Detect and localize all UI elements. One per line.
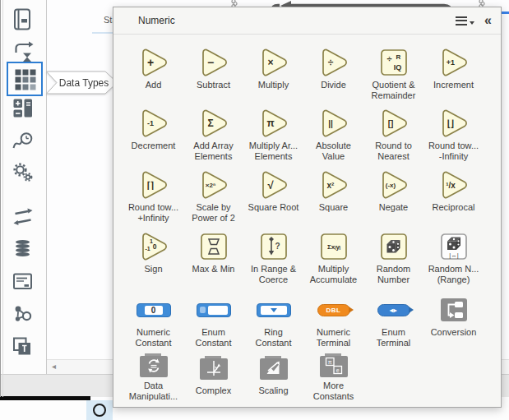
collapse-palette-button[interactable]: «: [484, 14, 491, 27]
palette-item-in-range-coerce[interactable]: ?In Range & Coerce: [243, 231, 303, 294]
multiply-icon: ×: [257, 47, 290, 78]
palette-item-decrement[interactable]: -1Decrement: [123, 108, 183, 169]
scroll-left-arrow-icon[interactable]: ◂: [52, 362, 56, 371]
random-number-icon: [380, 231, 408, 262]
svg-text:-1: -1: [146, 119, 153, 127]
data-types-breadcrumb[interactable]: Data Types: [45, 70, 119, 95]
palette-item-scaling[interactable]: Scaling: [243, 353, 303, 402]
divide-icon: ÷: [317, 47, 350, 78]
svg-text:÷: ÷: [386, 53, 391, 63]
palette-item-complex[interactable]: Complex: [183, 353, 243, 402]
palette-item-reciprocal[interactable]: ¹/xReciprocal: [423, 169, 484, 231]
palette-item-label: Multiply: [258, 80, 289, 90]
palette-item-enum-terminal[interactable]: ◂▸Enum Terminal: [363, 294, 423, 353]
palette-item-square-root[interactable]: √Square Root: [243, 169, 303, 231]
palette-item-label: Random N... (Range): [428, 264, 479, 285]
multiply-ar-elements-icon: π: [257, 108, 290, 139]
sidebar-item-swap-arrows[interactable]: [10, 204, 36, 230]
palette-item-label: Quotient & Remainder: [372, 80, 416, 101]
palette-item-multiply-accumulate[interactable]: ΣxᵢyᵢMultiply Accumulate: [303, 231, 363, 294]
sidebar-item-gears[interactable]: [10, 159, 36, 186]
sign-icon: 10-1: [137, 231, 170, 262]
palette-item-label: Max & Min: [192, 264, 235, 275]
scaling-icon: [259, 353, 289, 384]
numeric-constant-icon: 0: [137, 294, 171, 325]
palette-item-round-tow-infinity[interactable]: ⌈⌉Round tow... +Infinity: [123, 169, 183, 231]
palette-item-ring-constant[interactable]: Ring Constant: [243, 294, 303, 353]
palette-item-round-to-nearest[interactable]: []Round to Nearest: [363, 108, 423, 169]
svg-text:||: ||: [328, 119, 333, 128]
taskbar-circle-button[interactable]: [86, 400, 113, 420]
palette-item-random-number[interactable]: Random Number: [363, 231, 423, 294]
palette-item-label: Scale by Power of 2: [192, 202, 235, 224]
palette-item-enum-constant[interactable]: Enum Constant: [183, 294, 243, 353]
palette-item-absolute-value[interactable]: ||Absolute Value: [303, 108, 363, 169]
breadcrumb-label: Data Types: [59, 77, 109, 89]
ring-constant-icon: [257, 294, 291, 325]
palette-item-more-constants[interactable]: πeMore Constants: [303, 353, 363, 402]
subtract-icon: −: [197, 47, 230, 78]
palette-menu-button[interactable]: [456, 16, 474, 25]
palette-item-square[interactable]: x²Square: [303, 169, 363, 231]
palette-grid: +Add−Subtract×Multiply÷Divide÷RIQQuotien…: [113, 34, 501, 407]
sidebar-item-notebook[interactable]: [10, 7, 36, 33]
svg-text:R: R: [396, 53, 400, 61]
random-n-range-icon: |↔|: [440, 231, 468, 262]
palette-item-label: Complex: [196, 385, 231, 396]
svg-text:⌈⌉: ⌈⌉: [146, 180, 154, 190]
palette-item-conversion[interactable]: Conversion: [423, 294, 484, 353]
palette-title: Numeric: [138, 15, 175, 26]
palette-item-add-array-elements[interactable]: ΣAdd Array Elements: [183, 108, 243, 169]
palette-item-label: Conversion: [431, 327, 477, 338]
sidebar-item-node-graph[interactable]: [10, 302, 36, 328]
palette-item-quotient-remainder[interactable]: ÷RIQQuotient & Remainder: [363, 47, 423, 108]
palette-item-divide[interactable]: ÷Divide: [303, 47, 363, 108]
svg-text:[]: []: [387, 119, 393, 128]
svg-text:×: ×: [267, 57, 273, 68]
svg-text:√: √: [267, 179, 274, 192]
sidebar-item-pinned-items[interactable]: [10, 335, 36, 361]
pinned-items-icon: [10, 335, 36, 361]
svg-text:|↔|: |↔|: [449, 252, 458, 259]
palette-item-multiply[interactable]: ×Multiply: [243, 47, 303, 108]
palette-item-label: Add Array Elements: [193, 141, 233, 162]
sidebar-item-database[interactable]: [10, 236, 36, 262]
database-icon: [10, 236, 36, 262]
palette-item-random-n-range[interactable]: |↔|Random N... (Range): [423, 231, 484, 294]
svg-text:0: 0: [152, 242, 156, 251]
palette-item-label: Negate: [379, 202, 408, 213]
sidebar-item-calculator[interactable]: [10, 95, 36, 122]
palette-item-label: Add: [146, 80, 162, 90]
palette-item-numeric-constant[interactable]: 0Numeric Constant: [123, 294, 183, 353]
sidebar-item-panel[interactable]: [10, 269, 36, 295]
svg-text:?: ?: [275, 242, 280, 251]
round-tow-infinity-icon: ⌊⌋: [437, 108, 470, 139]
labview-editor-screen: Starting ◂ Data Types Numeric: [0, 0, 509, 420]
palette-item-label: Scaling: [258, 385, 288, 396]
palette-item-label: Enum Constant: [195, 327, 231, 348]
caret-down-icon: [470, 21, 474, 25]
palette-item-label: Round tow... -Infinity: [428, 141, 479, 162]
palette-item-scale-by-power-of-2[interactable]: ×2ⁿScale by Power of 2: [183, 169, 243, 231]
scale-by-power-of-2-icon: ×2ⁿ: [197, 169, 230, 201]
palette-item-negate[interactable]: (-x)Negate: [363, 169, 423, 231]
palette-item-add[interactable]: +Add: [123, 47, 183, 108]
reciprocal-icon: ¹/x: [437, 169, 470, 201]
sidebar-item-data-types-grid-selected[interactable]: [7, 62, 43, 96]
palette-item-increment[interactable]: +1Increment: [423, 47, 484, 108]
palette-item-label: Decrement: [132, 141, 176, 151]
svg-text:Σxᵢyᵢ: Σxᵢyᵢ: [327, 243, 340, 251]
square-icon: x²: [317, 169, 350, 201]
palette-item-multiply-ar-elements[interactable]: πMultiply Ar... Elements: [243, 108, 303, 169]
palette-item-subtract[interactable]: −Subtract: [183, 47, 243, 108]
palette-item-max-min[interactable]: Max & Min: [183, 231, 243, 294]
sidebar-item-probe[interactable]: [10, 127, 36, 154]
palette-item-round-tow-infinity[interactable]: ⌊⌋Round tow... -Infinity: [423, 108, 484, 169]
palette-item-sign[interactable]: 10-1Sign: [123, 231, 183, 294]
palette-item-data-manipulati[interactable]: Data Manipulati...: [123, 353, 183, 402]
palette-item-numeric-terminal[interactable]: DBLNumeric Terminal: [303, 294, 363, 353]
selected-wire-fragment: [501, 12, 509, 14]
svg-text:×2ⁿ: ×2ⁿ: [205, 182, 215, 189]
palette-item-label: Multiply Ar... Elements: [249, 141, 298, 162]
palette-item-label: Round to Nearest: [375, 141, 412, 162]
